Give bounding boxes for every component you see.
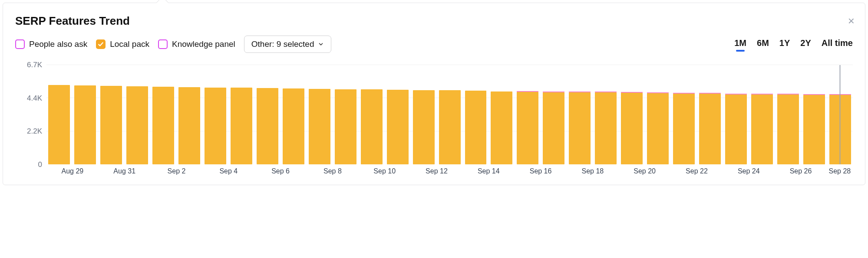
chart-bar[interactable]	[178, 87, 200, 164]
range-tab-1m[interactable]: 1M	[734, 38, 746, 51]
chevron-down-icon	[318, 41, 324, 47]
range-tab-6m[interactable]: 6M	[757, 38, 769, 51]
x-tick-label: Sep 6	[254, 167, 307, 175]
range-tab-1y[interactable]: 1Y	[779, 38, 790, 51]
x-tick-label: Sep 4	[202, 167, 254, 175]
filter-label: Local pack	[110, 39, 149, 49]
chart-bar[interactable]	[491, 91, 512, 165]
bar-cap-accent	[751, 94, 773, 95]
bar-cap-accent	[673, 93, 695, 94]
notch-indicator	[156, 0, 168, 9]
x-tick-label: Aug 29	[46, 167, 99, 175]
chart-bar[interactable]	[283, 88, 304, 164]
x-tick-label: Sep 16	[515, 167, 567, 175]
chart-bar[interactable]	[361, 89, 383, 164]
x-tick-label: Sep 12	[411, 167, 463, 175]
x-tick-label: Sep 14	[462, 167, 515, 175]
y-axis: 02.2K4.4K6.7K	[15, 65, 46, 165]
chart-bar[interactable]	[777, 95, 799, 164]
chart-bars	[46, 65, 853, 164]
bar-cap-accent	[595, 91, 617, 92]
bar-cap-accent	[621, 92, 643, 93]
chart-bar[interactable]	[543, 92, 564, 164]
bar-cap-accent	[517, 91, 538, 92]
filter-label: Knowledge panel	[172, 39, 235, 49]
time-range-tabs: 1M6M1Y2YAll time	[734, 38, 853, 51]
chart-bar[interactable]	[621, 93, 643, 164]
close-button[interactable]: ×	[848, 15, 855, 26]
x-tick-label: Sep 26	[775, 167, 827, 175]
bar-cap-accent	[647, 92, 669, 93]
bar-cap-accent	[777, 94, 799, 95]
chart-plot[interactable]	[46, 65, 853, 165]
chart-bar[interactable]	[126, 86, 148, 164]
series-filters: People also ask Local pack Knowledge pan…	[15, 36, 331, 53]
filter-local-pack[interactable]: Local pack	[96, 39, 149, 49]
range-tab-all-time[interactable]: All time	[822, 38, 853, 51]
bar-cap-accent	[569, 91, 591, 92]
chart-bar[interactable]	[439, 90, 461, 164]
chart-bar[interactable]	[595, 92, 617, 164]
filter-people-also-ask[interactable]: People also ask	[15, 39, 87, 49]
chart-bar[interactable]	[465, 91, 487, 164]
chart-bar[interactable]	[48, 85, 70, 164]
bar-cap-accent	[803, 94, 825, 95]
chart-bar[interactable]	[387, 90, 409, 164]
y-tick-label: 2.2K	[27, 127, 42, 136]
chart-bar[interactable]	[673, 94, 695, 164]
checkbox-icon	[15, 39, 25, 49]
chart-bar[interactable]	[829, 95, 851, 164]
chart-bar[interactable]	[205, 88, 226, 164]
x-tick-label: Sep 10	[359, 167, 411, 175]
x-tick-label: Sep 8	[307, 167, 359, 175]
chart-bar[interactable]	[699, 94, 721, 164]
x-tick-label: Sep 18	[567, 167, 619, 175]
y-tick-label: 6.7K	[27, 61, 42, 69]
dropdown-label: Other: 9 selected	[251, 39, 314, 49]
close-icon: ×	[848, 14, 855, 27]
chart-bar[interactable]	[152, 87, 174, 164]
chart-bar[interactable]	[803, 95, 825, 164]
chart-area: 02.2K4.4K6.7K	[15, 65, 853, 165]
chart-bar[interactable]	[257, 88, 278, 164]
chart-bar[interactable]	[74, 85, 96, 164]
range-tab-2y[interactable]: 2Y	[800, 38, 811, 51]
y-tick-label: 0	[38, 160, 42, 169]
chart-bar[interactable]	[231, 88, 252, 164]
chart-bar[interactable]	[517, 92, 538, 164]
chart-bar[interactable]	[413, 90, 435, 164]
chart-bar[interactable]	[725, 95, 747, 164]
bar-cap-accent	[543, 91, 564, 92]
x-axis: Aug 29Aug 31Sep 2Sep 4Sep 6Sep 8Sep 10Se…	[46, 167, 853, 175]
checkbox-checked-icon	[96, 39, 106, 49]
x-tick-label: Aug 31	[99, 167, 151, 175]
x-tick-label: Sep 2	[151, 167, 203, 175]
filter-label: People also ask	[29, 39, 87, 49]
controls-row: People also ask Local pack Knowledge pan…	[15, 36, 853, 53]
chart-bar[interactable]	[647, 93, 669, 164]
serp-features-trend-card: SERP Features Trend × People also ask Lo…	[3, 3, 865, 185]
page-title: SERP Features Trend	[15, 14, 853, 28]
x-tick-label: Sep 28	[827, 167, 853, 175]
y-tick-label: 4.4K	[27, 94, 42, 103]
filter-knowledge-panel[interactable]: Knowledge panel	[158, 39, 235, 49]
x-tick-label: Sep 24	[723, 167, 775, 175]
bar-cap-accent	[699, 93, 721, 94]
chart-bar[interactable]	[100, 86, 122, 164]
bar-cap-accent	[829, 94, 851, 95]
other-filters-dropdown[interactable]: Other: 9 selected	[244, 36, 331, 53]
x-tick-label: Sep 20	[619, 167, 671, 175]
checkbox-icon	[158, 39, 168, 49]
chart-bar[interactable]	[569, 92, 591, 164]
chart-bar[interactable]	[309, 89, 330, 164]
bar-cap-accent	[725, 94, 747, 95]
chart-bar[interactable]	[335, 89, 356, 164]
x-tick-label: Sep 22	[671, 167, 723, 175]
chart-bar[interactable]	[751, 95, 773, 164]
